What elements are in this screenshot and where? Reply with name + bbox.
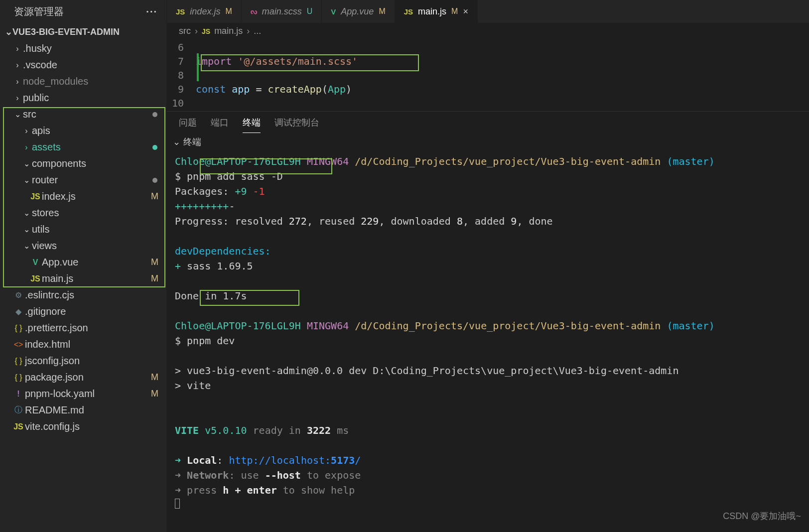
tree-item[interactable]: ⌄components xyxy=(0,155,166,172)
code-line[interactable]: 10 xyxy=(167,96,809,110)
tree-item-label: .husky xyxy=(23,43,166,54)
tree-item[interactable]: ⌄utils xyxy=(0,221,166,238)
file-icon: ⓘ xyxy=(12,405,25,415)
chevron-icon: ⌄ xyxy=(21,225,32,234)
code-content: const app = createApp(App) xyxy=(196,82,809,96)
panel-tab[interactable]: 调试控制台 xyxy=(274,117,319,133)
file-icon: JS xyxy=(29,192,42,201)
tree-item[interactable]: !pnpm-lock.yamlM xyxy=(0,386,166,402)
terminal-line xyxy=(175,303,801,318)
tree-item-label: public xyxy=(23,92,166,104)
code-line[interactable]: 8 xyxy=(167,68,809,82)
close-icon[interactable]: × xyxy=(463,6,468,17)
tree-item[interactable]: JSindex.jsM xyxy=(0,188,166,205)
terminal-line: ➜ Local: http://localhost:5173/ xyxy=(175,453,801,468)
project-name: VUE3-BIG-EVENT-ADMIN xyxy=(12,27,120,37)
tree-item-label: jsconfig.json xyxy=(25,355,166,367)
code-line[interactable]: 6 xyxy=(167,40,809,54)
diff-indicator xyxy=(197,53,199,81)
tree-item[interactable]: ⌄stores xyxy=(0,205,166,221)
terminal-line xyxy=(175,408,801,423)
code-line[interactable]: 9const app = createApp(App) xyxy=(167,82,809,96)
explorer-header: 资源管理器 ··· xyxy=(0,0,166,23)
tree-item-label: .vscode xyxy=(23,59,166,71)
tree-item[interactable]: { }jsconfig.json xyxy=(0,353,166,369)
tree-item-label: pnpm-lock.yaml xyxy=(25,388,151,399)
tree-item-label: package.json xyxy=(25,372,151,383)
terminal-line: > vue3-big-event-admin@0.0.0 dev D:\Codi… xyxy=(175,363,801,378)
file-icon: ◆ xyxy=(12,307,25,316)
tree-item[interactable]: ›public xyxy=(0,90,166,106)
line-number: 6 xyxy=(167,40,196,54)
tree-item[interactable]: JSvite.config.js xyxy=(0,418,166,435)
panel-tab[interactable]: 终端 xyxy=(243,117,261,133)
tree-item[interactable]: ›.vscode xyxy=(0,57,166,73)
tree-item[interactable]: <>index.html xyxy=(0,336,166,353)
terminal-line: Progress: resolved 272, reused 229, down… xyxy=(175,214,801,229)
terminal-line: ➜ press h + enter to show help xyxy=(175,483,801,498)
tree-item[interactable]: ⌄src xyxy=(0,106,166,123)
file-icon: V xyxy=(331,7,336,16)
tree-item[interactable]: JSmain.jsM xyxy=(0,270,166,287)
tree-item-label: main.js xyxy=(42,273,151,284)
tree-item[interactable]: ›node_modules xyxy=(0,73,166,90)
chevron-right-icon: › xyxy=(195,26,198,36)
tree-item-label: node_modules xyxy=(23,76,166,87)
tree-item[interactable]: VApp.vueM xyxy=(0,254,166,270)
tree-item[interactable]: ›apis xyxy=(0,123,166,139)
tree-item-label: assets xyxy=(32,141,152,153)
tree-item-label: .gitignore xyxy=(25,306,166,317)
chevron-icon: › xyxy=(12,61,23,70)
terminal-line: VITE v5.0.10 ready in 3222 ms xyxy=(175,423,801,438)
chevron-icon: ⌄ xyxy=(21,241,32,251)
terminal-line xyxy=(175,438,801,453)
file-tree: ›.husky›.vscode›node_modules›public⌄src›… xyxy=(0,40,166,532)
code-editor[interactable]: 67import '@/assets/main.scss'89const app… xyxy=(167,39,809,111)
line-number: 7 xyxy=(167,54,196,68)
file-icon: ! xyxy=(12,390,25,399)
code-line[interactable]: 7import '@/assets/main.scss' xyxy=(167,54,809,68)
tree-item-label: App.vue xyxy=(42,257,151,268)
more-icon[interactable]: ··· xyxy=(146,6,157,17)
line-number: 10 xyxy=(167,96,196,110)
code-content xyxy=(196,96,809,110)
line-number: 9 xyxy=(167,82,196,96)
explorer-title: 资源管理器 xyxy=(14,5,64,18)
tree-item[interactable]: ›assets xyxy=(0,139,166,155)
tree-item[interactable]: ◆.gitignore xyxy=(0,303,166,320)
chevron-icon: › xyxy=(21,127,32,135)
chevron-icon: › xyxy=(21,143,32,152)
chevron-icon: › xyxy=(12,44,23,53)
editor-tab[interactable]: VApp.vueM xyxy=(322,0,395,23)
chevron-icon: ⌄ xyxy=(21,159,32,168)
terminal-output[interactable]: Chloe@LAPTOP-176LGL9H MINGW64 /d/Coding_… xyxy=(167,151,809,532)
tree-item[interactable]: ›.husky xyxy=(0,40,166,57)
terminal-line xyxy=(175,229,801,244)
panel-tab[interactable]: 端口 xyxy=(211,117,229,133)
tree-item-label: index.html xyxy=(25,339,166,350)
tree-item[interactable]: { }package.jsonM xyxy=(0,369,166,386)
tree-item[interactable]: ⓘREADME.md xyxy=(0,402,166,418)
editor-tab[interactable]: JSmain.jsM× xyxy=(395,0,478,23)
explorer-sidebar: 资源管理器 ··· ⌄ VUE3-BIG-EVENT-ADMIN ›.husky… xyxy=(0,0,167,532)
tree-item[interactable]: ⚙.eslintrc.cjs xyxy=(0,287,166,303)
tree-item-label: components xyxy=(32,158,166,169)
tree-item-label: .eslintrc.cjs xyxy=(25,289,166,301)
watermark: CSDN @要加油哦~ xyxy=(723,510,801,522)
tree-item[interactable]: { }.prettierrc.json xyxy=(0,320,166,336)
editor-main: JSindex.jsMᔓmain.scssUVApp.vueMJSmain.js… xyxy=(167,0,809,532)
tree-item[interactable]: ⌄router xyxy=(0,172,166,188)
editor-tab[interactable]: ᔓmain.scssU xyxy=(242,0,322,23)
tree-item[interactable]: ⌄views xyxy=(0,238,166,254)
breadcrumb[interactable]: src › JS main.js › ... xyxy=(167,23,809,39)
project-header[interactable]: ⌄ VUE3-BIG-EVENT-ADMIN xyxy=(0,23,166,40)
editor-tab[interactable]: JSindex.jsM xyxy=(167,0,242,23)
terminal-line: +++++++++- xyxy=(175,199,801,214)
terminal-group-header[interactable]: ⌄ 终端 xyxy=(167,133,809,151)
git-status-dot xyxy=(152,178,157,183)
file-icon: <> xyxy=(12,340,25,349)
git-status-dot xyxy=(152,145,157,150)
terminal-line: devDependencies: xyxy=(175,244,801,259)
chevron-icon: ⌄ xyxy=(21,208,32,218)
panel-tab[interactable]: 问题 xyxy=(179,117,197,133)
